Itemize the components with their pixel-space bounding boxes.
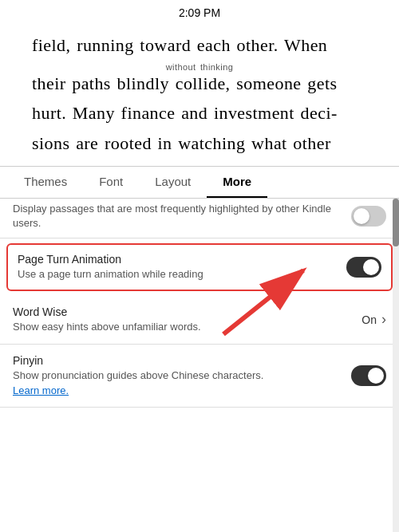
highlighted-passages-slider bbox=[351, 206, 386, 227]
scrollbar-track[interactable] bbox=[393, 199, 399, 532]
pinyin-title: Pinyin bbox=[13, 354, 343, 367]
word-wise-desc: Show easy hints above unfamiliar words. bbox=[13, 320, 361, 334]
word-wise-chevron-icon: › bbox=[381, 311, 386, 328]
tab-font[interactable]: Font bbox=[83, 167, 139, 198]
tab-more[interactable]: More bbox=[207, 167, 267, 198]
scrollbar-thumb[interactable] bbox=[393, 199, 399, 246]
word-wise-title: Word Wise bbox=[13, 305, 361, 318]
page-turn-toggle[interactable] bbox=[346, 257, 381, 278]
book-line-1: field, running toward each other. When bbox=[32, 30, 367, 60]
book-line-3: hurt. Many finance and investment deci- bbox=[32, 98, 367, 128]
time: 2:09 PM bbox=[179, 6, 220, 19]
word-wise-value-area[interactable]: On › bbox=[361, 311, 386, 328]
book-line-4: sions are rooted in watching what other bbox=[32, 128, 367, 158]
pinyin-slider bbox=[351, 365, 386, 386]
book-content: field, running toward each other. When w… bbox=[0, 22, 399, 166]
page-turn-title: Page Turn Animation bbox=[18, 253, 346, 266]
page-turn-toggle-container[interactable] bbox=[346, 257, 381, 278]
page-turn-slider bbox=[346, 257, 381, 278]
word-wise-value: On bbox=[361, 313, 377, 326]
pinyin-desc: Show pronunciation guides above Chinese … bbox=[13, 368, 343, 383]
book-line-2: their paths blindly collide, someone get… bbox=[32, 69, 367, 98]
pinyin-toggle-container[interactable] bbox=[351, 365, 386, 386]
pinyin-learn-more[interactable]: Learn more. bbox=[13, 384, 69, 396]
highlighted-passages-desc: Display passages that are most frequentl… bbox=[13, 202, 351, 231]
page-turn-desc: Use a page turn animation while reading bbox=[18, 267, 346, 282]
word-wise-row[interactable]: Word Wise Show easy hints above unfamili… bbox=[0, 296, 399, 345]
tab-themes[interactable]: Themes bbox=[8, 167, 83, 198]
status-bar: 2:09 PM bbox=[0, 0, 399, 22]
tab-layout[interactable]: Layout bbox=[139, 167, 207, 198]
tab-bar: Themes Font Layout More bbox=[0, 167, 399, 199]
pinyin-toggle[interactable] bbox=[351, 365, 386, 386]
pinyin-row: Pinyin Show pronunciation guides above C… bbox=[0, 345, 399, 408]
page-turn-animation-row: Page Turn Animation Use a page turn anim… bbox=[6, 243, 393, 291]
settings-panel[interactable]: Display passages that are most frequentl… bbox=[0, 199, 399, 532]
highlighted-passages-row: Display passages that are most frequentl… bbox=[0, 199, 399, 238]
highlighted-passages-toggle[interactable] bbox=[351, 206, 386, 227]
highlighted-passages-toggle-container[interactable] bbox=[351, 206, 386, 227]
